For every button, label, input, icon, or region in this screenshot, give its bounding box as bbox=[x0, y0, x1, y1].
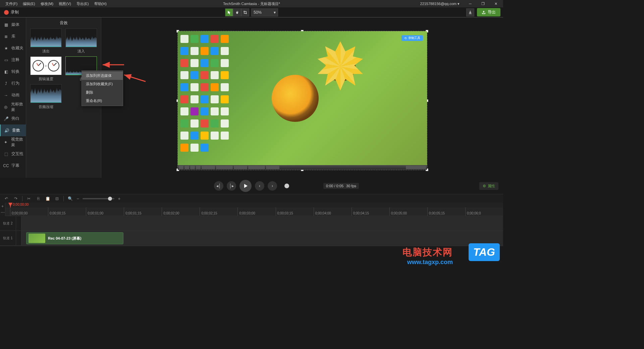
copy-button[interactable]: ⎘ bbox=[35, 196, 41, 202]
ctx-add-to-media[interactable]: 添加到所选媒体 bbox=[82, 71, 123, 80]
timeline-ruler[interactable]: 0;00;00;00 0;00;00;15 0;00;01;00 0;00;01… bbox=[5, 207, 503, 216]
step-back-button[interactable]: │▸ bbox=[227, 181, 236, 191]
track-2: 轨道 2 bbox=[0, 216, 503, 231]
step-fwd-button[interactable]: ‹ bbox=[255, 181, 264, 191]
tool-crop[interactable] bbox=[241, 8, 249, 16]
play-button[interactable] bbox=[239, 180, 252, 192]
sidebar-audio-effects[interactable]: 🔊音效 bbox=[0, 124, 26, 136]
track-1: 轨道 1 Rec 04-07-23 (屏幕) bbox=[0, 231, 503, 246]
effect-audio-compression[interactable]: 音频压缩 bbox=[30, 84, 62, 109]
record-icon bbox=[4, 10, 9, 15]
sidebar-favorites[interactable]: ★收藏夹 bbox=[0, 42, 26, 54]
sidebar-annotations[interactable]: ▭注释 bbox=[0, 54, 26, 66]
menu-help[interactable]: 帮助(H) bbox=[92, 0, 109, 7]
undo-button[interactable]: ↶ bbox=[3, 196, 9, 202]
canvas-selection[interactable]: ⟲录制工具 bbox=[177, 31, 427, 170]
download-button[interactable] bbox=[466, 8, 474, 16]
canvas-preview: ⟲录制工具 bbox=[178, 31, 427, 170]
ctx-delete[interactable]: 删除 bbox=[82, 88, 123, 97]
effect-fade-out[interactable]: 淡出 bbox=[30, 29, 62, 54]
cc-icon: CC bbox=[3, 163, 9, 168]
redo-button[interactable]: ↷ bbox=[13, 196, 19, 202]
sidebar-animations[interactable]: →动画 bbox=[0, 89, 26, 101]
watermark-title: 电脑技术网 bbox=[402, 246, 453, 259]
visual-icon: ✦ bbox=[3, 140, 8, 145]
animation-icon: → bbox=[3, 93, 9, 98]
sidebar-cursor-effects[interactable]: ◎光标效果 bbox=[0, 101, 26, 113]
menu-export[interactable]: 导出(E) bbox=[74, 0, 92, 7]
zoom-tool[interactable]: 🔍 bbox=[67, 196, 73, 202]
record-button[interactable]: 录制 bbox=[0, 7, 23, 17]
sidebar-media[interactable]: ▦媒体 bbox=[0, 19, 26, 31]
track-1-label[interactable]: 轨道 1 bbox=[0, 231, 16, 245]
prev-frame-button[interactable]: ◂│ bbox=[214, 181, 223, 191]
tool-select[interactable] bbox=[225, 8, 233, 16]
library-icon: ≣ bbox=[3, 34, 9, 39]
window-close[interactable]: ✕ bbox=[490, 0, 502, 7]
user-account[interactable]: 2215788156@qq.com ▾ bbox=[420, 2, 460, 6]
effect-fade-in[interactable]: 淡入 bbox=[65, 29, 98, 54]
main-toolbar: 录制 50% ▾ 导出 bbox=[0, 7, 503, 17]
audio-icon: 🔊 bbox=[4, 128, 9, 133]
next-frame-button[interactable]: › bbox=[268, 181, 277, 191]
timeline-toolbar: ↶ ↷ ✂ ⎘ 📋 ⊟ 🔍 − + bbox=[0, 194, 503, 203]
zoom-value: 50% bbox=[254, 10, 262, 15]
track-controls: + ⋯ bbox=[0, 203, 5, 216]
ctx-rename[interactable]: 重命名(R) bbox=[82, 97, 123, 105]
cut-button[interactable]: ✂ bbox=[26, 196, 32, 202]
preview-taskbar bbox=[178, 165, 427, 170]
menu-modify[interactable]: 修改(M) bbox=[38, 0, 56, 7]
canvas-area[interactable]: ⟲录制工具 bbox=[101, 17, 503, 178]
sidebar-interactivity[interactable]: ⬚交互性 bbox=[0, 148, 26, 160]
sidebar-behaviors[interactable]: ⤴行为 bbox=[0, 78, 26, 89]
track-options-button[interactable]: ⋯ bbox=[1, 210, 5, 215]
context-menu: 添加到所选媒体 添加到收藏夹(F) 删除 重命名(R) bbox=[82, 70, 123, 106]
sunflower-image bbox=[272, 75, 319, 122]
marker-button[interactable] bbox=[284, 184, 289, 188]
track-2-body[interactable] bbox=[21, 216, 503, 231]
sidebar: ▦媒体 ≣库 ★收藏夹 ▭注释 ◧转换 ⤴行为 →动画 ◎光标效果 🎤旁白 🔊音… bbox=[0, 17, 26, 178]
track-2-label[interactable]: 轨道 2 bbox=[0, 216, 16, 231]
menu-view[interactable]: 视图(V) bbox=[56, 0, 74, 7]
sidebar-transitions[interactable]: ◧转换 bbox=[0, 66, 26, 78]
record-label: 录制 bbox=[11, 9, 19, 15]
watermark: TAG 电脑技术网 www.tagxp.com bbox=[402, 246, 496, 266]
ctx-add-to-favorites[interactable]: 添加到收藏夹(F) bbox=[82, 80, 123, 88]
window-maximize[interactable]: ❐ bbox=[477, 0, 489, 7]
watermark-tag: TAG bbox=[469, 243, 500, 261]
zoom-dropdown[interactable]: 50% ▾ bbox=[251, 8, 278, 16]
add-track-button[interactable]: + bbox=[1, 204, 4, 209]
playhead[interactable] bbox=[10, 203, 11, 207]
menu-edit[interactable]: 编辑(E) bbox=[20, 0, 38, 7]
split-button[interactable]: ⊟ bbox=[54, 196, 60, 202]
interact-icon: ⬚ bbox=[3, 151, 9, 157]
tool-pan[interactable] bbox=[233, 8, 241, 16]
track-1-body[interactable]: Rec 04-07-23 (屏幕) bbox=[21, 231, 503, 245]
star-icon: ★ bbox=[3, 46, 9, 51]
gear-icon: ⚙ bbox=[483, 184, 486, 188]
playback-time: 0:00 / 0:05 30 fps bbox=[323, 183, 359, 189]
zoom-slider[interactable] bbox=[83, 198, 114, 199]
window-minimize[interactable]: ─ bbox=[464, 0, 476, 7]
effect-clip-speed[interactable]: ›剪辑速度 bbox=[30, 56, 62, 82]
sidebar-library[interactable]: ≣库 bbox=[0, 31, 26, 42]
menubar: 文件(F) 编辑(E) 修改(M) 视图(V) 导出(E) 帮助(H) Tech… bbox=[0, 0, 503, 7]
properties-button[interactable]: ⚙ 属性 bbox=[479, 182, 498, 190]
chevron-down-icon: ▾ bbox=[274, 10, 276, 15]
timeline-clip[interactable]: Rec 04-07-23 (屏幕) bbox=[26, 232, 123, 244]
annotation-icon: ▭ bbox=[3, 57, 9, 63]
export-button[interactable]: 导出 bbox=[477, 8, 500, 16]
clip-thumbnail bbox=[29, 234, 45, 243]
sunflower-image-2 bbox=[325, 51, 356, 82]
sidebar-voiceover[interactable]: 🎤旁白 bbox=[0, 113, 26, 124]
playback-bar: ◂│ │▸ ‹ › 0:00 / 0:05 30 fps ⚙ 属性 bbox=[0, 178, 503, 194]
sidebar-captions[interactable]: CC字幕 bbox=[0, 160, 26, 171]
clip-label: Rec 04-07-23 (屏幕) bbox=[48, 236, 82, 241]
share-icon bbox=[482, 10, 486, 14]
paste-button[interactable]: 📋 bbox=[45, 196, 51, 202]
export-label: 导出 bbox=[488, 9, 496, 15]
menu-file[interactable]: 文件(F) bbox=[3, 0, 20, 7]
sidebar-visual-effects[interactable]: ✦视觉效果 bbox=[0, 136, 26, 148]
desktop-icons bbox=[180, 33, 229, 153]
media-icon: ▦ bbox=[3, 22, 9, 28]
